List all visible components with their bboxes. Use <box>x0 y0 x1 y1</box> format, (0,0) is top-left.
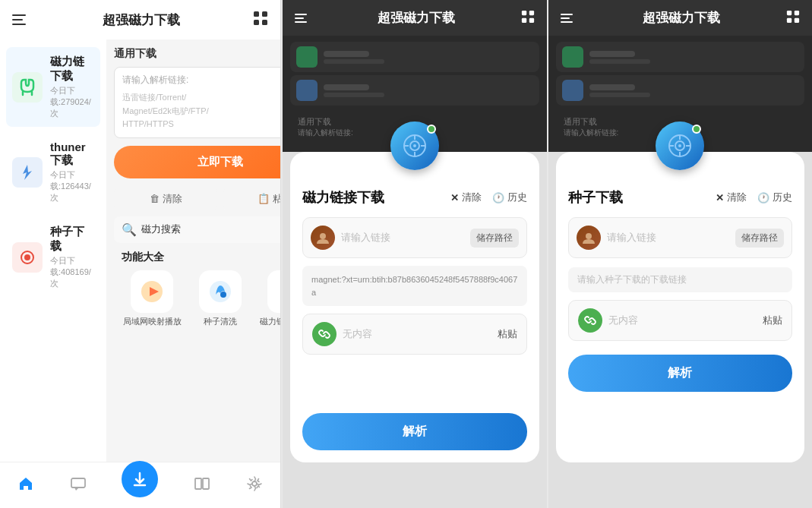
nav-home[interactable] <box>17 475 34 492</box>
right-storage-btn[interactable]: 储存路径 <box>735 229 784 248</box>
svg-rect-0 <box>254 11 259 17</box>
svg-point-28 <box>252 481 257 486</box>
clean-icon <box>199 270 242 313</box>
nav-settings[interactable] <box>246 475 263 492</box>
right-avatar <box>577 226 601 250</box>
download-card-seed[interactable]: 种子下载 今日下载:408169/次 <box>6 217 100 297</box>
right-paste-btn[interactable]: 粘贴 <box>763 314 782 327</box>
url-input-placeholder: 请输入解析链接: <box>122 74 281 87</box>
magnet-card-subtitle: 今日下载:279024/次 <box>50 85 94 119</box>
functions-title: 功能大全 <box>122 251 281 264</box>
right-parse-button[interactable]: 解析 <box>568 355 793 392</box>
left-panel: 超强磁力下载 磁力链下载 <box>0 0 281 508</box>
right-clear-button[interactable]: ✕ 清除 <box>716 191 747 204</box>
paste-button[interactable]: 📋 粘贴 <box>223 188 281 210</box>
nav-files[interactable] <box>194 475 210 492</box>
download-card-magnet[interactable]: 磁力链下载 今日下载:279024/次 <box>6 47 100 127</box>
right-bg-card-1 <box>556 42 805 72</box>
mid-modal-header: 磁力链接下载 ✕ 清除 🕐 历史 <box>302 188 527 207</box>
right-bg-title: 超强磁力下载 <box>643 9 720 27</box>
mid-input-row[interactable]: 请输入链接 储存路径 <box>302 217 527 258</box>
thuner-card-title: thuner下载 <box>50 140 94 168</box>
mid-bg-cards <box>283 36 547 115</box>
svg-rect-42 <box>795 10 799 14</box>
right-no-content: 无内容 <box>608 314 757 327</box>
mid-modal-title: 磁力链接下载 <box>302 188 384 207</box>
download-card-thuner[interactable]: thuner下载 今日下载:126443/次 <box>6 133 100 211</box>
svg-rect-43 <box>787 17 791 22</box>
mid-clear-button[interactable]: ✕ 清除 <box>450 191 482 204</box>
mid-avatar <box>311 226 335 250</box>
mid-clear-label: 清除 <box>462 191 482 204</box>
right-paste-row: 无内容 粘贴 <box>568 300 793 341</box>
seed-card-icon <box>12 242 43 273</box>
mid-modal-icon <box>390 121 439 170</box>
svg-rect-24 <box>71 478 85 487</box>
right-input-row[interactable]: 请输入链接 储存路径 <box>568 217 793 258</box>
nav-download-button[interactable] <box>122 461 158 497</box>
func-item-qr[interactable]: 磁力链转二维码 <box>258 270 281 327</box>
download-now-button[interactable]: 立即下载 <box>114 146 281 178</box>
mid-modal-card: 磁力链接下载 ✕ 清除 🕐 历史 请输入链接 储存路径 <box>290 152 539 462</box>
thuner-card-icon <box>12 157 43 188</box>
bottom-nav <box>0 462 280 508</box>
mid-paste-row: 无内容 粘贴 <box>302 314 527 355</box>
svg-rect-29 <box>521 10 526 14</box>
svg-rect-41 <box>787 10 791 14</box>
universal-area: 通用下载 请输入解析链接: 迅雷链接/Torrent/Magnet/Ed2k电驴… <box>106 39 281 462</box>
mid-grid-icon[interactable] <box>521 10 535 27</box>
mid-modal-actions: ✕ 清除 🕐 历史 <box>450 191 527 204</box>
func-item-lan[interactable]: 局域网映射播放 <box>122 270 182 327</box>
right-clear-label: 清除 <box>727 191 747 204</box>
svg-rect-44 <box>795 17 799 22</box>
func-label-qr: 磁力链转二维码 <box>260 316 282 327</box>
qr-icon <box>267 270 281 313</box>
clock-icon: 🕐 <box>492 192 504 204</box>
func-label-clean: 种子清洗 <box>204 316 237 327</box>
mid-parse-button[interactable]: 解析 <box>302 413 527 450</box>
right-clock-icon: 🕐 <box>757 192 769 204</box>
grid-icon[interactable] <box>253 11 268 29</box>
right-link-icon <box>578 308 602 333</box>
search-row[interactable]: 🔍 磁力搜索 搜索 <box>114 216 281 243</box>
clear-button[interactable]: 🗑 清除 <box>114 188 217 210</box>
mid-no-content: 无内容 <box>343 327 491 341</box>
svg-point-47 <box>678 144 681 147</box>
mid-input-placeholder: 请输入链接 <box>341 231 464 245</box>
action-row: 🗑 清除 📋 粘贴 <box>114 188 281 210</box>
func-item-clean[interactable]: 种子清洗 <box>190 270 251 327</box>
mid-storage-btn[interactable]: 储存路径 <box>470 229 519 248</box>
mid-history-button[interactable]: 🕐 历史 <box>492 191 527 204</box>
right-bg-topbar: 超强磁力下载 <box>548 0 813 36</box>
mid-magnet-text[interactable]: magnet:?xt=urn:btih:b87b8636045248f54578… <box>302 266 527 306</box>
svg-rect-32 <box>529 17 533 22</box>
magnet-card-text: 磁力链下载 今日下载:279024/次 <box>50 55 94 119</box>
middle-panel: 超强磁力下载 通用下载请输入解析链接: <box>283 0 547 508</box>
svg-rect-31 <box>521 17 526 22</box>
app-title-left: 超强磁力下载 <box>103 11 180 29</box>
right-bg-card-2 <box>556 75 805 106</box>
magnet-card-title: 磁力链下载 <box>50 55 94 84</box>
func-label-lan: 局域网映射播放 <box>123 316 182 327</box>
mid-bg-card-2 <box>290 75 539 106</box>
svg-rect-3 <box>262 20 267 25</box>
right-grid-icon[interactable] <box>786 10 800 27</box>
nav-message[interactable] <box>70 475 87 492</box>
seed-card-subtitle: 今日下载:408169/次 <box>50 255 94 289</box>
svg-rect-30 <box>529 10 533 14</box>
right-menu-icon[interactable] <box>561 10 577 27</box>
right-green-dot <box>692 125 701 134</box>
svg-point-40 <box>320 233 326 239</box>
right-seed-hint: 请输入种子下载的下载链接 <box>568 267 793 292</box>
mid-paste-btn[interactable]: 粘贴 <box>498 327 517 341</box>
mid-bg-card-1 <box>290 42 539 72</box>
menu-icon[interactable] <box>12 11 29 28</box>
mid-bg-topbar: 超强磁力下载 <box>283 0 547 36</box>
right-modal-header: 种子下载 ✕ 清除 🕐 历史 <box>568 188 793 207</box>
right-bg-cards <box>548 36 813 115</box>
thuner-card-subtitle: 今日下载:126443/次 <box>50 169 94 204</box>
right-modal-card: 种子下载 ✕ 清除 🕐 历史 请输入链接 储存路径 <box>556 152 805 462</box>
right-history-button[interactable]: 🕐 历史 <box>757 191 792 204</box>
url-input-area[interactable]: 请输入解析链接: 迅雷链接/Torrent/Magnet/Ed2k电驴/FTP/… <box>114 67 281 138</box>
mid-menu-icon[interactable] <box>295 10 311 27</box>
